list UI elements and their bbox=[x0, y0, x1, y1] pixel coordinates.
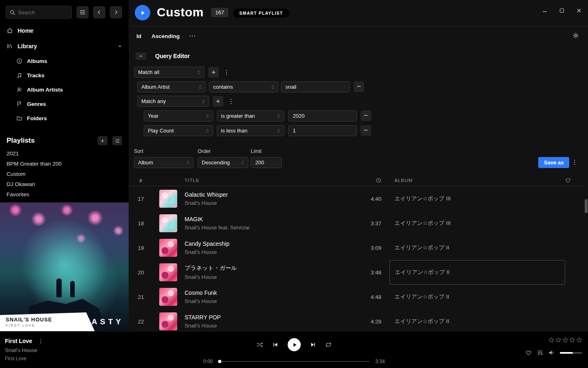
table-row[interactable]: 20 プラネット・ガール Snail's House 3:48 エイリアン☆ポッ… bbox=[129, 260, 585, 285]
now-playing-menu-icon[interactable]: ⋮ bbox=[38, 338, 44, 344]
query-menu-icon[interactable]: ⋮ bbox=[571, 157, 578, 168]
rule3-value-input[interactable] bbox=[288, 125, 357, 136]
track-album: エイリアン☆ポップ III bbox=[394, 186, 565, 211]
rule3-field-select[interactable]: Play Count bbox=[144, 125, 213, 136]
now-playing-album[interactable]: First Love bbox=[5, 356, 44, 361]
volume-slider[interactable] bbox=[560, 352, 582, 354]
table-row[interactable]: 18 MAGIK Snail's House feat. Sennzai 3:3… bbox=[129, 211, 585, 236]
table-row[interactable]: 19 Candy Spaceship Snail's House 3:09 エイ… bbox=[129, 236, 585, 260]
track-duration: 4:40 bbox=[349, 196, 381, 202]
limit-input[interactable] bbox=[251, 157, 282, 168]
window-minimize-button[interactable] bbox=[542, 8, 547, 13]
sidebar-item-library[interactable]: Library bbox=[0, 38, 129, 54]
rule3-operator-select[interactable]: is less than bbox=[217, 125, 284, 136]
window-close-button[interactable] bbox=[577, 8, 581, 13]
volume-icon[interactable] bbox=[548, 350, 555, 355]
now-playing-artist[interactable]: Snail's House bbox=[5, 347, 44, 353]
sidebar-item-tracks[interactable]: Tracks bbox=[16, 68, 129, 83]
next-track-icon[interactable] bbox=[310, 342, 316, 348]
star-icon[interactable] bbox=[569, 337, 575, 343]
playlist-play-button[interactable] bbox=[135, 5, 150, 20]
query-editor-collapse-button[interactable] bbox=[136, 52, 146, 60]
settings-gear-icon[interactable] bbox=[572, 32, 579, 40]
more-options-icon[interactable]: ⋯ bbox=[189, 32, 196, 40]
sort-order-button[interactable]: Ascending bbox=[151, 33, 180, 39]
cover-figure-silhouette bbox=[56, 278, 62, 297]
track-artist: Snail's House feat. Sennzai bbox=[185, 224, 349, 231]
save-as-button[interactable]: Save as bbox=[538, 157, 569, 168]
queue-icon[interactable] bbox=[537, 350, 543, 355]
sidebar-item-albums[interactable]: Albums bbox=[16, 54, 129, 68]
rule3-remove-button[interactable]: − bbox=[361, 125, 371, 136]
menu-button[interactable] bbox=[76, 6, 89, 18]
seek-bar[interactable] bbox=[218, 361, 370, 362]
play-pause-button[interactable] bbox=[288, 338, 301, 351]
sort-select[interactable]: Album bbox=[134, 157, 194, 168]
collapse-chevron-icon[interactable] bbox=[118, 44, 122, 49]
rule1-field-select[interactable]: Album Artist bbox=[137, 81, 206, 92]
library-sublist: Albums Tracks Album Artists Genres bbox=[0, 54, 129, 126]
rule2-field-select[interactable]: Year bbox=[144, 110, 213, 121]
order-select[interactable]: Descending bbox=[198, 157, 248, 168]
playlist-item[interactable]: Custom bbox=[0, 169, 129, 179]
search-input[interactable] bbox=[6, 6, 72, 19]
rule1-value-input[interactable] bbox=[281, 81, 350, 92]
rule1-operator-select[interactable]: contains bbox=[209, 81, 278, 92]
track-album: エイリアン☆ポップ II bbox=[394, 285, 565, 309]
sidebar-item-genres[interactable]: Genres bbox=[16, 97, 129, 111]
rule2-value-input[interactable] bbox=[288, 110, 357, 121]
nav-forward-button[interactable] bbox=[110, 6, 122, 18]
hamburger-icon bbox=[80, 10, 85, 15]
favorite-heart-icon[interactable] bbox=[526, 350, 532, 356]
rule1-remove-button[interactable]: − bbox=[354, 81, 364, 92]
nav-back-button[interactable] bbox=[93, 6, 105, 18]
table-row[interactable]: 22 STARRY POP Snail's House 4:28 エイリアン☆ポ… bbox=[129, 309, 585, 334]
nested-add-rule-button[interactable]: + bbox=[213, 96, 223, 107]
star-icon[interactable] bbox=[548, 337, 555, 343]
home-label: Home bbox=[18, 27, 33, 34]
sidebar-item-album-artists[interactable]: Album Artists bbox=[16, 83, 129, 97]
track-artist: Snail's House bbox=[185, 274, 349, 280]
seek-handle[interactable] bbox=[218, 360, 221, 363]
header-title[interactable]: TITLE bbox=[185, 178, 199, 183]
star-icon[interactable] bbox=[555, 337, 561, 343]
nested-match-select[interactable]: Match any bbox=[137, 96, 209, 107]
group-menu-icon[interactable]: ⋮ bbox=[223, 67, 230, 78]
now-playing-cover-art: SNAIL'S HOUSE FIRST LOVE TASTY bbox=[0, 202, 129, 331]
rule2-operator-value: is greater than bbox=[221, 113, 255, 119]
star-icon[interactable] bbox=[576, 337, 582, 343]
playlist-item[interactable]: DJ Okawari bbox=[0, 179, 129, 189]
playlist-item[interactable]: BPM Greater than 200 bbox=[0, 159, 129, 169]
rule2-remove-button[interactable]: − bbox=[361, 110, 371, 121]
rule2-operator-select[interactable]: is greater than bbox=[217, 110, 284, 121]
now-playing-title[interactable]: First Love bbox=[5, 338, 32, 344]
header-album[interactable]: ALBUM bbox=[394, 178, 565, 183]
track-index: 19 bbox=[129, 245, 153, 251]
root-match-select[interactable]: Match all bbox=[134, 67, 204, 78]
playlist-item[interactable]: Favorites bbox=[0, 189, 129, 200]
favorite-heart-icon[interactable] bbox=[565, 177, 585, 183]
scrollbar-thumb[interactable] bbox=[585, 199, 588, 213]
header-index[interactable]: # bbox=[129, 177, 153, 184]
track-index: 21 bbox=[129, 294, 153, 300]
playlist-list-button[interactable] bbox=[112, 136, 122, 145]
window-maximize-button[interactable] bbox=[559, 8, 564, 13]
add-playlist-button[interactable]: + bbox=[98, 136, 107, 145]
table-row[interactable]: 21 Cosmo Funk Snail's House 4:48 エイリアン☆ポ… bbox=[129, 285, 585, 309]
playlist-item[interactable]: 2021 bbox=[0, 148, 129, 159]
track-album-focused-cell[interactable]: エイリアン☆ポップ II bbox=[390, 260, 565, 285]
rule1-operator-value: contains bbox=[213, 84, 233, 90]
search-field[interactable] bbox=[18, 9, 63, 16]
add-rule-button[interactable]: + bbox=[208, 67, 219, 78]
star-icon[interactable] bbox=[562, 337, 568, 343]
table-row[interactable]: 17 Galactic Whisper Snail's House 4:40 エ… bbox=[129, 186, 585, 211]
previous-track-icon[interactable] bbox=[273, 342, 278, 348]
sort-field-button[interactable]: Id bbox=[136, 33, 141, 39]
shuffle-icon[interactable] bbox=[256, 342, 263, 348]
repeat-icon[interactable] bbox=[325, 342, 332, 348]
duration-clock-icon[interactable] bbox=[376, 177, 381, 183]
sidebar-item-folders[interactable]: Folders bbox=[16, 111, 129, 126]
nested-group-menu-icon[interactable]: ⋮ bbox=[228, 96, 234, 107]
caret-updown-icon bbox=[277, 128, 280, 133]
sidebar-item-home[interactable]: Home bbox=[0, 23, 129, 38]
